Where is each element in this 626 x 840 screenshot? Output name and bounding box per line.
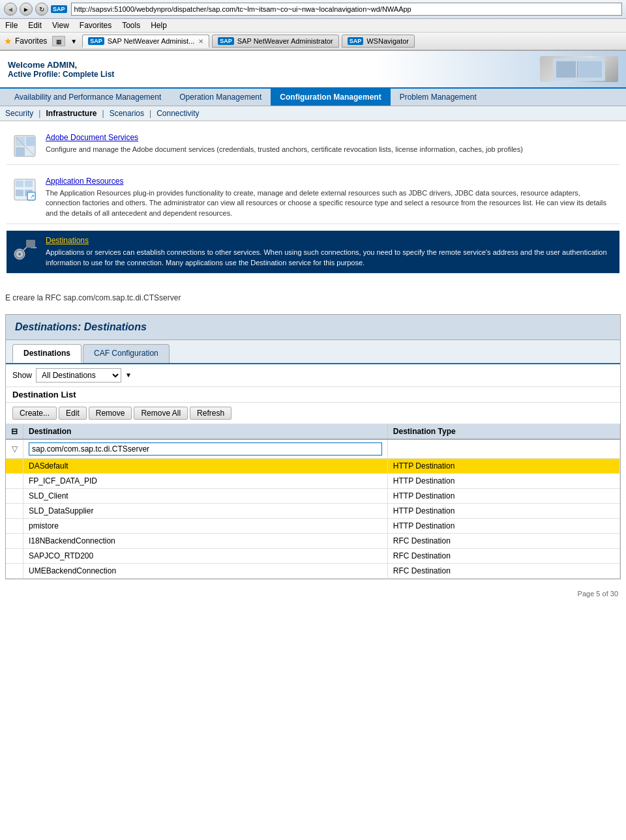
favorites-star-icon: ★	[4, 36, 12, 46]
col-header-icon: ⊟	[6, 424, 23, 439]
remove-all-button[interactable]: Remove All	[134, 407, 188, 420]
table-row[interactable]: SLD_DataSupplier HTTP Destination	[6, 503, 620, 518]
address-bar[interactable]	[71, 3, 622, 16]
row3-destination-cell: SLD_Client	[23, 488, 388, 503]
svg-point-18	[18, 253, 21, 255]
destinations-title[interactable]: Destinations	[46, 236, 614, 245]
sub-nav: Security | Infrastructure | Scenarios | …	[0, 106, 626, 121]
nav-tab-availability[interactable]: Availability and Performance Management	[5, 89, 170, 106]
nav-tabs: Availability and Performance Management …	[0, 89, 626, 106]
row0-destination-cell[interactable]	[23, 439, 388, 459]
row1-destination-cell: DASdefault	[23, 458, 388, 473]
col-header-type[interactable]: Destination Type	[387, 424, 619, 439]
table-row[interactable]: I18NBackendConnection RFC Destination	[6, 533, 620, 548]
destinations-title-heading: Destinations: Destinations	[15, 321, 611, 333]
tab1-label: SAP NetWeaver Administ...	[108, 37, 194, 45]
col-header-destination[interactable]: Destination	[23, 424, 388, 439]
svg-rect-11	[25, 181, 33, 187]
menu-favorites[interactable]: Favorites	[80, 21, 112, 30]
favorites-dropdown-icon[interactable]: ▼	[70, 38, 77, 45]
app-resources-title[interactable]: Application Resources	[46, 177, 614, 186]
table-row: ▽	[6, 439, 620, 459]
tab2-sap-icon: SAP	[218, 37, 234, 45]
remove-button[interactable]: Remove	[89, 407, 132, 420]
forward-button[interactable]: ►	[20, 3, 33, 16]
sub-nav-sep1: |	[38, 109, 40, 118]
row6-destination-cell: I18NBackendConnection	[23, 533, 388, 548]
row4-icon-cell	[6, 503, 23, 518]
menu-help[interactable]: Help	[151, 21, 167, 30]
row1-icon-cell	[6, 458, 23, 473]
menu-bar: File Edit View Favorites Tools Help	[0, 19, 626, 33]
table-row[interactable]: SLD_Client HTTP Destination	[6, 488, 620, 503]
refresh-browser-button[interactable]: ↻	[35, 3, 48, 16]
table-row[interactable]: pmistore HTTP Destination	[6, 518, 620, 533]
show-select[interactable]: All Destinations HTTP Destinations RFC D…	[36, 368, 121, 383]
browser-tab-1[interactable]: SAP SAP NetWeaver Administ... ✕	[82, 35, 209, 48]
tab-destinations[interactable]: Destinations	[12, 344, 82, 363]
row5-type-cell: HTTP Destination	[387, 518, 619, 533]
row2-icon-cell	[6, 473, 23, 488]
table-row[interactable]: DASdefault HTTP Destination	[6, 458, 620, 473]
favorites-grid-icon[interactable]: ▦	[52, 36, 65, 46]
tab1-close-icon[interactable]: ✕	[198, 38, 203, 45]
service-destinations: Destinations Applications or services ca…	[7, 231, 619, 274]
adobe-icon	[12, 133, 38, 159]
menu-edit[interactable]: Edit	[28, 21, 42, 30]
sap-logo: SAP	[51, 5, 67, 13]
svg-text:↗: ↗	[30, 194, 35, 199]
create-button[interactable]: Create...	[12, 407, 57, 420]
nav-tab-operation[interactable]: Operation Management	[170, 89, 271, 106]
menu-view[interactable]: View	[52, 21, 69, 30]
row8-type-cell: RFC Destination	[387, 563, 619, 578]
destinations-content: Destinations Applications or services ca…	[46, 236, 614, 268]
app-resources-icon: ↗	[12, 177, 38, 203]
tab3-sap-icon: SAP	[348, 37, 364, 45]
edit-button[interactable]: Edit	[59, 407, 87, 420]
row7-type-cell: RFC Destination	[387, 548, 619, 563]
row4-destination-cell: SLD_DataSupplier	[23, 503, 388, 518]
show-dropdown-arrow-icon: ▼	[125, 371, 132, 379]
app-resources-desc: The Application Resources plug-in provid…	[46, 188, 614, 218]
sub-nav-infrastructure[interactable]: Infrastructure	[46, 109, 97, 118]
sub-nav-sep2: |	[102, 109, 104, 118]
destinations-tabs: Destinations CAF Configuration	[6, 340, 620, 364]
nav-tab-configuration[interactable]: Configuration Management	[271, 89, 390, 106]
tab-caf-configuration[interactable]: CAF Configuration	[83, 344, 170, 363]
destinations-toolbar: Create... Edit Remove Remove All Refresh	[6, 403, 620, 424]
nav-tab-problem[interactable]: Problem Management	[391, 89, 486, 106]
svg-rect-12	[16, 190, 23, 196]
back-button[interactable]: ◄	[4, 3, 17, 16]
row3-icon-cell	[6, 488, 23, 503]
table-row[interactable]: SAPJCO_RTD200 RFC Destination	[6, 548, 620, 563]
destinations-container: Destinations: Destinations Destinations …	[5, 314, 621, 579]
filter-icon: ▽	[12, 444, 18, 454]
browser-chrome: ◄ ► ↻ SAP File Edit View Favorites Tools…	[0, 0, 626, 51]
sub-nav-scenarios[interactable]: Scenarios	[110, 109, 144, 118]
destination-search-input[interactable]	[29, 442, 382, 456]
row0-type-cell	[387, 439, 619, 459]
menu-tools[interactable]: Tools	[122, 21, 140, 30]
row5-destination-cell: pmistore	[23, 518, 388, 533]
show-label: Show	[12, 371, 32, 380]
row4-type-cell: HTTP Destination	[387, 503, 619, 518]
destinations-main-header: Destinations: Destinations	[6, 315, 620, 340]
row6-type-cell: RFC Destination	[387, 533, 619, 548]
sub-nav-connectivity[interactable]: Connectivity	[156, 109, 199, 118]
profile-text: Active Profile: Complete List	[8, 70, 114, 79]
row7-destination-cell: SAPJCO_RTD200	[23, 548, 388, 563]
menu-file[interactable]: File	[5, 21, 18, 30]
table-row[interactable]: FP_ICF_DATA_PID HTTP Destination	[6, 473, 620, 488]
welcome-text: Welcome ADMIN,	[8, 60, 114, 70]
svg-rect-1	[556, 61, 576, 78]
browser-tab-3[interactable]: SAP WSNavigator	[342, 35, 415, 48]
adobe-title[interactable]: Adobe Document Services	[46, 133, 614, 142]
row0-icon-cell: ▽	[6, 439, 23, 459]
svg-rect-7	[26, 137, 35, 146]
table-row[interactable]: UMEBackendConnection RFC Destination	[6, 563, 620, 578]
browser-tab-2[interactable]: SAP SAP NetWeaver Administrator	[212, 35, 338, 48]
sub-nav-security[interactable]: Security	[5, 109, 33, 118]
refresh-button[interactable]: Refresh	[190, 407, 231, 420]
destinations-table: ⊟ Destination Destination Type ▽	[6, 424, 620, 579]
sap-header-logo	[540, 56, 618, 82]
